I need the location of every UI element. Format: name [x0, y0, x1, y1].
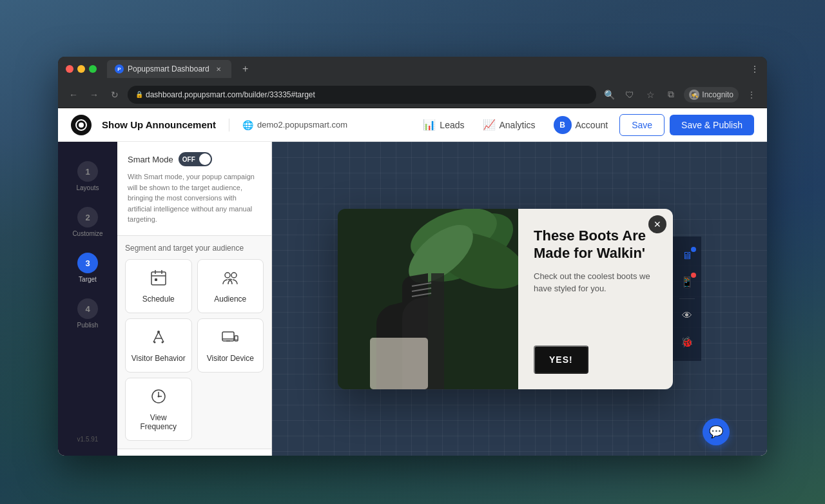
globe-icon: 🌐 [242, 120, 253, 130]
schedule-icon [150, 269, 168, 291]
preview-btn[interactable]: 👁 [675, 304, 699, 327]
step-1-label: Layouts [76, 184, 99, 191]
step-2-circle: 2 [77, 207, 98, 228]
tab-view-icon[interactable]: ⧉ [663, 87, 679, 102]
popup-cta-button[interactable]: YES! [534, 345, 588, 374]
svg-point-8 [231, 273, 237, 278]
search-icon[interactable]: 🔍 [601, 87, 617, 102]
tab-title: Popupsmart Dashboard [128, 64, 209, 73]
account-label: Account [576, 120, 608, 130]
popup-content: ✕ These Boots Are Made for Walkin' Check… [518, 209, 673, 389]
popup-text-content: These Boots Are Made for Walkin' Check o… [534, 227, 657, 305]
svg-point-9 [157, 331, 160, 333]
view-frequency-label: View Frequency [131, 413, 186, 431]
tab-close-btn[interactable]: ✕ [213, 64, 224, 74]
shield-icon[interactable]: 🛡 [622, 87, 637, 102]
segment-row-5: View Frequency [125, 378, 264, 441]
bug-icon: 🐞 [681, 336, 694, 348]
visitor-behavior-icon [150, 328, 168, 350]
step-4-label: Publish [77, 322, 99, 329]
svg-point-7 [225, 273, 230, 278]
smart-mode-header: Smart Mode OFF [128, 152, 261, 166]
save-button[interactable]: Save [619, 114, 665, 136]
smart-mode-label: Smart Mode [128, 155, 173, 164]
active-tab[interactable]: P Popupsmart Dashboard ✕ [107, 60, 231, 78]
visitor-behavior-card[interactable]: Visitor Behavior [125, 318, 192, 373]
site-url-text: demo2.popupsmart.com [257, 120, 347, 130]
close-btn[interactable] [66, 65, 73, 73]
toolbar-divider [679, 298, 695, 299]
view-frequency-card[interactable]: View Frequency [125, 378, 192, 441]
chat-icon: 💬 [709, 425, 723, 439]
desktop-view-btn[interactable]: 🖥 [675, 244, 699, 267]
svg-rect-12 [222, 332, 234, 341]
analytics-link[interactable]: 📈 Analytics [476, 115, 542, 135]
segment-section: Segment and target your audience [117, 236, 271, 449]
address-url: dashboard.popupsmart.com/builder/33335#t… [146, 90, 315, 99]
panel: Smart Mode OFF With Smart mode, your pop… [117, 142, 272, 456]
app-container: Show Up Announcement 🌐 demo2.popupsmart.… [58, 108, 767, 456]
analytics-icon: 📈 [483, 119, 496, 131]
nav-separator [229, 119, 229, 131]
star-icon[interactable]: ☆ [643, 87, 658, 102]
step-publish[interactable]: 4 Publish [63, 292, 112, 335]
lock-icon: 🔒 [135, 91, 143, 98]
visitor-behavior-label: Visitor Behavior [131, 354, 186, 363]
current-display-section: Current display settings ✓ IF Visitor's … [117, 449, 271, 456]
right-toolbar: 🖥 📱 👁 🐞 [673, 237, 701, 361]
step-target[interactable]: 3 Target [63, 246, 112, 289]
new-tab-btn[interactable]: + [237, 60, 255, 78]
visitor-device-label: Visitor Device [207, 354, 254, 363]
maximize-btn[interactable] [89, 65, 97, 73]
popup-preview: ✕ These Boots Are Made for Walkin' Check… [338, 209, 673, 389]
chat-button[interactable]: 💬 [703, 418, 730, 445]
step-3-circle: 3 [77, 253, 98, 273]
tab-bar-right: ⋮ [750, 64, 759, 74]
main-content: 1 Layouts 2 Customize 3 Target 4 Publish… [58, 142, 767, 456]
account-link[interactable]: B Account [547, 112, 615, 138]
more-icon[interactable]: ⋮ [744, 87, 759, 102]
address-bar: ← → ↻ 🔒 dashboard.popupsmart.com/builder… [58, 81, 767, 108]
svg-point-10 [153, 341, 155, 343]
popup-title: These Boots Are Made for Walkin' [534, 227, 657, 262]
back-btn[interactable]: ← [66, 87, 81, 102]
step-1-circle: 1 [77, 161, 98, 182]
svg-rect-6 [155, 278, 157, 281]
visitor-device-icon [221, 328, 239, 350]
view-frequency-icon [150, 387, 168, 409]
minimize-btn[interactable] [77, 65, 85, 73]
svg-point-20 [157, 395, 159, 397]
segment-title: Segment and target your audience [125, 244, 264, 253]
steps-sidebar: 1 Layouts 2 Customize 3 Target 4 Publish… [58, 142, 117, 456]
step-layouts[interactable]: 1 Layouts [63, 155, 112, 198]
app-title: Show Up Announcement [102, 119, 216, 130]
reload-btn[interactable]: ↻ [107, 87, 122, 102]
smart-mode-description: With Smart mode, your popup campaign wil… [128, 171, 261, 225]
step-4-circle: 4 [77, 298, 98, 319]
step-customize[interactable]: 2 Customize [63, 200, 112, 244]
popup-description: Check out the coolest boots we have styl… [534, 270, 657, 295]
audience-card[interactable]: Audience [197, 259, 264, 313]
svg-rect-29 [370, 338, 428, 389]
address-input[interactable]: 🔒 dashboard.popupsmart.com/builder/33335… [128, 86, 596, 104]
svg-point-1 [79, 122, 84, 128]
leads-link[interactable]: 📊 Leads [416, 115, 471, 135]
forward-btn[interactable]: → [86, 87, 102, 102]
preview-area: ✕ These Boots Are Made for Walkin' Check… [272, 142, 767, 456]
smart-mode-toggle[interactable]: OFF [179, 152, 212, 166]
incognito-label: Incognito [702, 90, 733, 99]
publish-button[interactable]: Save & Publish [670, 115, 754, 135]
mobile-view-btn[interactable]: 📱 [675, 270, 699, 293]
step-2-label: Customize [72, 230, 102, 237]
schedule-card[interactable]: Schedule [125, 259, 192, 313]
popup-close-btn[interactable]: ✕ [648, 215, 666, 233]
desktop-icon: 🖥 [682, 250, 692, 262]
window-controls [66, 65, 97, 73]
svg-rect-2 [151, 272, 166, 285]
visitor-device-card[interactable]: Visitor Device [197, 318, 264, 373]
incognito-badge: 🕵 Incognito [684, 87, 739, 102]
tab-bar: P Popupsmart Dashboard ✕ + ⋮ [58, 57, 767, 81]
address-bar-icons: 🔍 🛡 ☆ ⧉ 🕵 Incognito ⋮ [601, 87, 759, 102]
popup-image [338, 209, 518, 389]
bug-btn[interactable]: 🐞 [675, 330, 699, 353]
